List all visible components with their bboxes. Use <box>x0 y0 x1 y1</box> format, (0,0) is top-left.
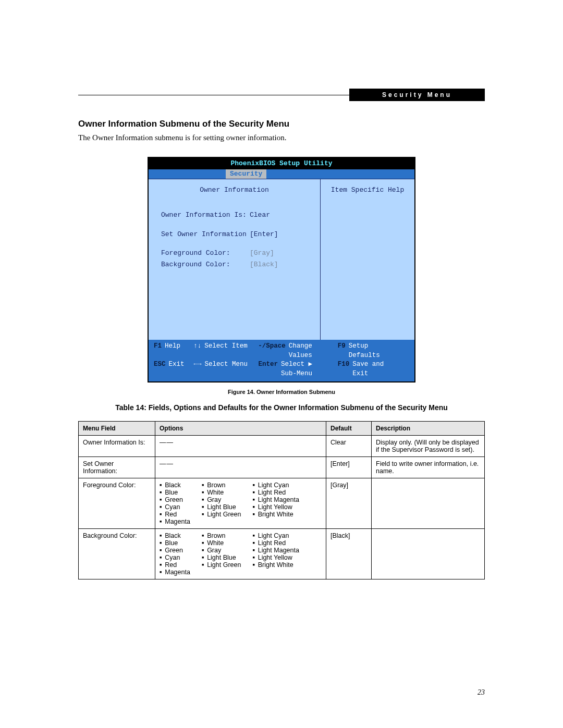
cell-field: Foreground Color: <box>79 478 155 529</box>
bios-tabrow: Security <box>149 169 414 179</box>
cell-field: Owner Information Is: <box>79 436 155 457</box>
option-item: Gray <box>202 547 241 554</box>
cell-field: Set Owner Information: <box>79 457 155 478</box>
header-rule <box>78 95 349 101</box>
th-default: Default <box>326 422 372 436</box>
table-row: Set Owner Information:——[Enter]Field to … <box>79 457 485 478</box>
option-item: Light Blue <box>202 503 241 511</box>
bios-row-bg: Background Color: [Black] <box>161 260 313 269</box>
option-item: Red <box>160 561 190 569</box>
option-item: Green <box>160 496 190 503</box>
option-item: Black <box>160 532 190 539</box>
option-item: Cyan <box>160 554 190 561</box>
figure-caption: Figure 14. Owner Information Submenu <box>78 389 485 395</box>
bios-fields: Owner Information Is: Clear Set Owner In… <box>149 201 320 340</box>
option-item: Blue <box>160 489 190 496</box>
option-item: White <box>202 539 241 547</box>
option-item: Magenta <box>160 518 190 525</box>
cell-options: —— <box>155 457 326 478</box>
th-menu-field: Menu Field <box>79 422 155 436</box>
cell-default: [Black] <box>326 529 372 579</box>
option-item: Light Magenta <box>252 547 299 554</box>
bios-help-title: Item Specific Help <box>321 179 414 201</box>
cell-field: Background Color: <box>79 529 155 579</box>
cell-options: BlackBlueGreenCyanRedMagentaBrownWhiteGr… <box>155 529 326 579</box>
bios-title: PhoenixBIOS Setup Utility <box>149 158 414 169</box>
bios-footer-row1: F1Help ↑↓Select Item -/SpaceChange Value… <box>154 342 409 360</box>
option-item: Green <box>160 547 190 554</box>
table-row: Background Color:BlackBlueGreenCyanRedMa… <box>79 529 485 579</box>
page-title: Owner Information Submenu of the Securit… <box>78 119 485 129</box>
bios-body: Owner Information Owner Information Is: … <box>149 179 414 340</box>
option-item: Red <box>160 511 190 518</box>
cell-default: [Gray] <box>326 478 372 529</box>
option-item: Light Green <box>202 561 241 569</box>
option-item: Light Cyan <box>252 482 299 489</box>
option-item: Black <box>160 482 190 489</box>
option-item: Bright White <box>252 561 299 569</box>
page-header: Security Menu <box>78 89 485 101</box>
table-row: Owner Information Is:——ClearDisplay only… <box>79 436 485 457</box>
bios-panel-title: Owner Information <box>149 179 320 201</box>
bios-row-fg: Foreground Color: [Gray] <box>161 249 313 258</box>
option-item: Blue <box>160 539 190 547</box>
bios-footer-row2: ESCExit ←→Select Menu EnterSelect ▶ Sub-… <box>154 360 409 378</box>
option-item: Light Cyan <box>252 532 299 539</box>
table-header-row: Menu Field Options Default Description <box>79 422 485 436</box>
page: Security Menu Owner Information Submenu … <box>0 0 563 728</box>
cell-description <box>372 478 485 529</box>
th-options: Options <box>155 422 326 436</box>
bios-screen: PhoenixBIOS Setup Utility Security Owner… <box>148 157 415 382</box>
option-item: Brown <box>202 532 241 539</box>
cell-options: —— <box>155 436 326 457</box>
intro-paragraph: The Owner Information submenu is for set… <box>78 133 485 142</box>
option-item: Light Yellow <box>252 503 299 511</box>
options-table: Menu Field Options Default Description O… <box>78 421 485 579</box>
option-item: Light Blue <box>202 554 241 561</box>
content: Owner Information Submenu of the Securit… <box>78 119 485 579</box>
cell-description: Field to write owner information, i.e. n… <box>372 457 485 478</box>
option-item: Bright White <box>252 511 299 518</box>
option-item: Light Green <box>202 511 241 518</box>
option-item: Cyan <box>160 503 190 511</box>
bios-left-panel: Owner Information Owner Information Is: … <box>149 179 321 340</box>
bios-help-panel: Item Specific Help <box>321 179 414 340</box>
th-description: Description <box>372 422 485 436</box>
option-item: Magenta <box>160 569 190 576</box>
bios-footer: F1Help ↑↓Select Item -/SpaceChange Value… <box>149 340 414 381</box>
option-item: Light Red <box>252 539 299 547</box>
header-label: Security Menu <box>349 89 485 101</box>
table-row: Foreground Color:BlackBlueGreenCyanRedMa… <box>79 478 485 529</box>
cell-description: Display only. (Will only be displayed if… <box>372 436 485 457</box>
option-item: Light Magenta <box>252 496 299 503</box>
option-item: White <box>202 489 241 496</box>
page-number: 23 <box>478 688 485 697</box>
bios-tab-security: Security <box>226 169 266 179</box>
bios-row-owner-info: Owner Information Is: Clear <box>161 211 313 220</box>
option-item: Gray <box>202 496 241 503</box>
cell-description <box>372 529 485 579</box>
cell-default: [Enter] <box>326 457 372 478</box>
table-title: Table 14: Fields, Options and Defaults f… <box>78 403 485 412</box>
option-item: Brown <box>202 482 241 489</box>
option-item: Light Yellow <box>252 554 299 561</box>
bios-row-set-owner: Set Owner Information [Enter] <box>161 230 313 239</box>
cell-default: Clear <box>326 436 372 457</box>
option-item: Light Red <box>252 489 299 496</box>
cell-options: BlackBlueGreenCyanRedMagentaBrownWhiteGr… <box>155 478 326 529</box>
